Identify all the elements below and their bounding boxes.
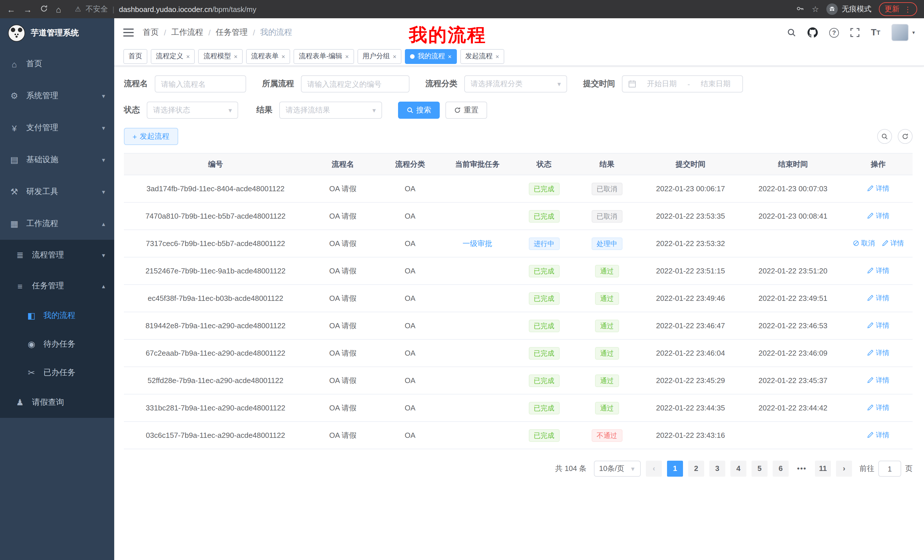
cell-process-name: OA 请假 xyxy=(307,175,379,202)
forward-icon[interactable]: → xyxy=(23,5,32,13)
sidebar-item-task-management[interactable]: ≡任务管理▴ xyxy=(0,271,114,301)
back-icon[interactable]: ← xyxy=(7,5,15,13)
detail-button[interactable]: 详情 xyxy=(867,430,890,440)
tab-process-form-edit[interactable]: 流程表单-编辑× xyxy=(294,49,354,64)
detail-button[interactable]: 详情 xyxy=(867,266,890,276)
cell-process-name: OA 请假 xyxy=(307,394,379,422)
close-icon[interactable]: × xyxy=(495,53,499,60)
category-select[interactable]: 请选择流程分类 ▼ xyxy=(464,75,567,93)
page-size-select[interactable]: 10条/页 ▼ xyxy=(594,461,641,477)
goto-page-input[interactable] xyxy=(878,461,901,477)
tab-process-form[interactable]: 流程表单× xyxy=(246,49,290,64)
browser-menu-icon[interactable]: ⋮ xyxy=(904,5,911,13)
detail-button[interactable]: 详情 xyxy=(867,184,890,193)
tab-process-definition[interactable]: 流程定义× xyxy=(151,49,195,64)
sidebar-item-workflow[interactable]: ▦工作流程▴ xyxy=(0,208,114,240)
close-icon[interactable]: × xyxy=(186,53,190,60)
url-path: /bpm/task/my xyxy=(212,5,256,13)
prev-page-button[interactable]: ‹ xyxy=(646,461,662,477)
close-icon[interactable]: × xyxy=(393,53,397,60)
tab-process-model[interactable]: 流程模型× xyxy=(198,49,243,64)
fullscreen-icon[interactable] xyxy=(850,28,860,37)
tab-label: 流程模型 xyxy=(204,51,231,61)
password-key-icon[interactable] xyxy=(796,4,804,14)
breadcrumb-item[interactable]: 工作流程 xyxy=(171,27,203,38)
cell-actions: 详情 xyxy=(844,202,913,230)
sidebar-item-dev-tools[interactable]: ⚒研发工具▾ xyxy=(0,176,114,208)
detail-button[interactable]: 详情 xyxy=(867,293,890,303)
cell-end-time: 2022-01-22 23:46:09 xyxy=(742,339,844,367)
pager-page-6[interactable]: 6 xyxy=(772,461,789,477)
cell-current-task xyxy=(441,284,513,312)
process-name-input[interactable] xyxy=(155,75,246,93)
address-bar[interactable]: ⚠ 不安全 | dashboard.yudao.iocoder.cn/bpm/t… xyxy=(75,4,788,14)
action-label: 取消 xyxy=(861,239,875,248)
sidebar-item-label: 工作流程 xyxy=(26,219,58,229)
close-icon[interactable]: × xyxy=(345,53,349,60)
close-icon[interactable]: × xyxy=(234,53,238,60)
table-row: ec45f38f-7b9a-11ec-b03b-acde48001122OA 请… xyxy=(124,284,913,312)
breadcrumb-item[interactable]: 首页 xyxy=(143,27,159,38)
detail-button[interactable]: 详情 xyxy=(867,403,890,413)
pager-page-4[interactable]: 4 xyxy=(730,461,746,477)
start-process-button[interactable]: + 发起流程 xyxy=(124,128,178,145)
reset-button[interactable]: 重置 xyxy=(446,102,487,119)
security-label[interactable]: 不安全 xyxy=(86,4,108,14)
close-icon[interactable]: × xyxy=(282,53,285,60)
sidebar-item-my-process[interactable]: ◧我的流程 xyxy=(0,301,114,330)
sidebar-item-infrastructure[interactable]: ▤基础设施▾ xyxy=(0,144,114,176)
close-icon[interactable]: × xyxy=(448,53,452,60)
sidebar-item-payment-management[interactable]: ¥支付管理▾ xyxy=(0,112,114,144)
sidebar-item-leave-query[interactable]: ♟请假查询 xyxy=(0,387,114,418)
font-size-icon[interactable]: TT xyxy=(871,27,880,38)
cell-category: OA xyxy=(379,339,441,367)
github-icon[interactable] xyxy=(807,27,818,38)
cell-result: 通过 xyxy=(575,394,639,422)
parent-process-input[interactable] xyxy=(301,75,410,93)
hamburger-icon[interactable] xyxy=(123,27,134,38)
cell-submit-time: 2022-01-22 23:49:46 xyxy=(639,284,742,312)
status-select[interactable]: 请选择状态 ▼ xyxy=(147,102,238,119)
detail-button[interactable]: 详情 xyxy=(867,211,890,221)
end-date-placeholder[interactable]: 结束日期 xyxy=(694,79,736,89)
pager-page-3[interactable]: 3 xyxy=(709,461,725,477)
sidebar-item-done-tasks[interactable]: ✂已办任务 xyxy=(0,358,114,387)
refresh-table-button[interactable] xyxy=(898,129,913,144)
search-icon[interactable] xyxy=(787,28,796,37)
sidebar-item-label: 首页 xyxy=(26,59,42,69)
column-header: 状态 xyxy=(513,153,575,175)
pager-page-11[interactable]: 11 xyxy=(815,461,831,477)
sidebar-item-process-management[interactable]: ≣流程管理▾ xyxy=(0,240,114,271)
reload-icon[interactable] xyxy=(40,4,48,14)
sidebar-item-todo-tasks[interactable]: ◉待办任务 xyxy=(0,330,114,358)
sidebar-item-home[interactable]: ⌂首页 xyxy=(0,48,114,80)
update-button[interactable]: 更新 ⋮ xyxy=(879,2,917,16)
cancel-button[interactable]: 取消 xyxy=(853,239,875,248)
browser-home-icon[interactable]: ⌂ xyxy=(56,5,61,13)
detail-button[interactable]: 详情 xyxy=(882,239,904,248)
detail-button[interactable]: 详情 xyxy=(867,321,890,331)
url-text[interactable]: dashboard.yudao.iocoder.cn/bpm/task/my xyxy=(119,5,256,13)
result-select[interactable]: 请选择流结果 ▼ xyxy=(279,102,382,119)
pager-page-2[interactable]: 2 xyxy=(688,461,704,477)
tab-user-group[interactable]: 用户分组× xyxy=(357,49,402,64)
pager-page-1[interactable]: 1 xyxy=(667,461,683,477)
tab-start-process[interactable]: 发起流程× xyxy=(460,49,504,64)
start-date-placeholder[interactable]: 开始日期 xyxy=(641,79,683,89)
toggle-search-button[interactable] xyxy=(877,129,892,144)
detail-button[interactable]: 详情 xyxy=(867,348,890,358)
bookmark-star-icon[interactable]: ☆ xyxy=(812,4,819,14)
help-icon[interactable]: ? xyxy=(829,28,839,37)
breadcrumb-item[interactable]: 任务管理 xyxy=(216,27,248,38)
search-button[interactable]: 搜索 xyxy=(398,102,440,119)
pager-page-5[interactable]: 5 xyxy=(752,461,768,477)
tab-my-process[interactable]: 我的流程× xyxy=(405,49,457,64)
user-avatar[interactable]: ▾ xyxy=(892,24,915,41)
app-logo[interactable]: 芋道管理系统 xyxy=(0,18,114,48)
current-task-link[interactable]: 一级审批 xyxy=(463,239,492,247)
sidebar-item-system-management[interactable]: ⚙系统管理▾ xyxy=(0,80,114,112)
tab-home[interactable]: 首页 xyxy=(123,49,147,64)
next-page-button[interactable]: › xyxy=(836,461,852,477)
submit-time-range-picker[interactable]: 开始日期 - 结束日期 xyxy=(622,75,743,93)
detail-button[interactable]: 详情 xyxy=(867,376,890,385)
